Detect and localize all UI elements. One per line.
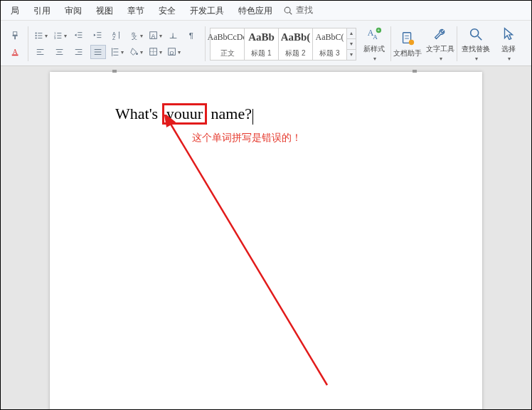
svg-point-9 — [35, 35, 36, 36]
search-label: 查找 — [296, 4, 313, 16]
menu-item[interactable]: 开发工具 — [183, 1, 231, 21]
menu-item[interactable]: 特色应用 — [231, 1, 280, 21]
char-border-icon[interactable]: A▾ — [147, 28, 163, 43]
svg-marker-50 — [111, 48, 112, 49]
font-color-icon[interactable]: A — [8, 45, 23, 59]
ruler-marker — [112, 70, 117, 74]
line-spacing-icon[interactable]: ▾ — [109, 45, 124, 59]
svg-line-72 — [478, 36, 482, 41]
menu-item[interactable]: 审阅 — [58, 1, 89, 21]
svg-point-53 — [136, 53, 138, 55]
svg-marker-26 — [94, 33, 96, 36]
format-painter-icon[interactable] — [8, 28, 23, 43]
phonetic-icon[interactable]: zh文▾ — [128, 28, 144, 43]
menu-item[interactable]: 章节 — [120, 1, 151, 21]
menu-item[interactable]: 安全 — [151, 1, 183, 21]
gallery-down-icon[interactable]: ▾ — [347, 39, 356, 50]
search-icon — [282, 5, 294, 16]
search-box[interactable]: 查找 — [282, 4, 313, 16]
align-right-icon[interactable] — [71, 45, 87, 59]
new-style-button[interactable]: AA+ 新样式▾ — [358, 22, 390, 65]
menu-item[interactable]: 视图 — [89, 1, 120, 21]
svg-point-7 — [35, 32, 36, 33]
gallery-more-icon[interactable]: ▾ — [347, 50, 356, 60]
sort-asc-icon[interactable]: AZ — [109, 28, 124, 43]
svg-text:+: + — [377, 28, 380, 33]
bullets-icon[interactable]: ▾ — [33, 28, 48, 43]
page[interactable]: What's youur name? 这个单词拼写是错误的！ — [50, 72, 482, 410]
svg-point-71 — [471, 29, 479, 37]
text-tools-button[interactable]: 文字工具▾ — [424, 22, 457, 65]
gallery-up-icon[interactable]: ▴ — [347, 28, 356, 39]
gallery-scroll[interactable]: ▴▾▾ — [346, 28, 356, 61]
tabs-icon[interactable] — [166, 28, 181, 43]
svg-line-1 — [289, 12, 292, 14]
magnify-icon — [467, 26, 484, 43]
svg-marker-51 — [111, 55, 112, 56]
wrench-icon — [432, 26, 449, 43]
align-left-icon[interactable] — [33, 45, 48, 59]
svg-marker-22 — [75, 33, 77, 36]
group-styles: AaBbCcDd正文 AaBb标题 1 AaBb(标题 2 AaBbC(标题 3… — [206, 22, 358, 65]
group-paragraph: ▾ 123▾ AZ zh文▾ A▾ ▾ ▾ ▾ — [28, 22, 205, 65]
svg-point-0 — [284, 7, 290, 13]
svg-rect-4 — [14, 36, 16, 39]
new-style-icon: AA+ — [366, 26, 383, 43]
highlighted-word: youur — [162, 103, 207, 125]
indent-decrease-icon[interactable] — [71, 28, 87, 43]
menu-bar: 局 引用 审阅 视图 章节 安全 开发工具 特色应用 查找 — [1, 1, 531, 21]
menu-item[interactable]: 引用 — [26, 1, 58, 21]
insert-symbol-icon[interactable]: Ω▾ — [166, 45, 181, 59]
svg-rect-54 — [149, 48, 156, 56]
style-slot[interactable]: AaBbCcDd正文 — [210, 28, 244, 61]
indent-increase-icon[interactable] — [90, 28, 106, 43]
text-cursor — [252, 109, 253, 125]
numbering-icon[interactable]: 123▾ — [52, 28, 68, 43]
svg-rect-6 — [12, 55, 18, 56]
svg-text:Ω: Ω — [169, 50, 174, 56]
annotation-arrow-icon — [156, 115, 341, 399]
style-slot[interactable]: AaBb(标题 2 — [278, 28, 312, 61]
select-button[interactable]: 选择▾ — [494, 22, 523, 65]
svg-rect-2 — [14, 32, 17, 35]
document-area[interactable]: What's youur name? 这个单词拼写是错误的！ — [1, 66, 531, 409]
svg-point-70 — [409, 39, 414, 44]
align-justify-icon[interactable] — [90, 45, 106, 59]
find-replace-button[interactable]: 查找替换▾ — [457, 22, 494, 65]
cursor-icon — [500, 26, 517, 43]
doc-helper-button[interactable]: 文档助手 — [391, 22, 424, 65]
ruler-marker — [413, 70, 417, 74]
svg-marker-41 — [119, 31, 120, 33]
style-slot[interactable]: AaBbC(标题 3 — [312, 28, 346, 61]
align-center-icon[interactable] — [52, 45, 68, 59]
svg-text:A: A — [13, 48, 18, 56]
svg-text:3: 3 — [53, 36, 55, 40]
ribbon: A ▾ 123▾ AZ zh文▾ A▾ — [1, 21, 531, 66]
doc-helper-icon — [399, 30, 416, 47]
shading-icon[interactable]: ▾ — [128, 45, 144, 59]
svg-rect-3 — [13, 35, 18, 36]
svg-text:A: A — [151, 33, 155, 40]
svg-text:A: A — [373, 33, 378, 41]
document-text[interactable]: What's youur name? — [115, 103, 253, 125]
svg-text:Z: Z — [112, 36, 116, 41]
show-marks-icon[interactable]: ¶ — [185, 28, 201, 43]
svg-line-73 — [169, 122, 327, 385]
style-slot[interactable]: AaBb标题 1 — [244, 28, 278, 61]
group-clipboard: A — [4, 22, 28, 65]
svg-point-11 — [35, 37, 36, 38]
borders-icon[interactable]: ▾ — [147, 45, 163, 59]
text-before: What's — [115, 105, 162, 122]
text-after: name? — [207, 105, 252, 122]
svg-text:文: 文 — [131, 34, 137, 41]
annotation-text: 这个单词拼写是错误的！ — [192, 132, 302, 144]
menu-item[interactable]: 局 — [4, 1, 26, 21]
svg-text:¶: ¶ — [189, 31, 193, 40]
